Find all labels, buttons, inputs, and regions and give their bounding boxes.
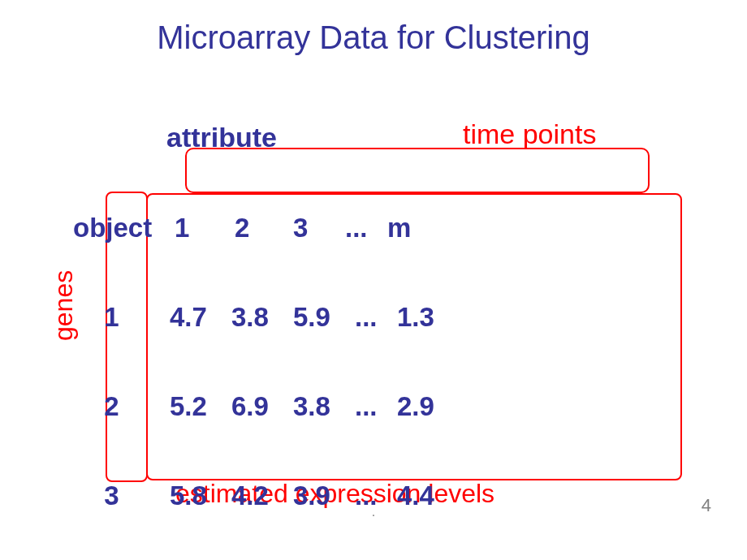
footer-dot: . (372, 505, 375, 519)
row-label: 3 (73, 482, 170, 509)
cell: 2.9 (397, 393, 459, 420)
cell: 5.8 (170, 482, 231, 509)
cell: 6.9 (231, 393, 293, 420)
slide-title: Microarray Data for Clustering (0, 19, 747, 56)
cell: 4.7 (170, 304, 231, 330)
object-header: object (73, 214, 175, 241)
cell: 4.2 (231, 482, 293, 509)
col-ellipsis: ... (345, 214, 387, 241)
cell: 4.4 (397, 482, 459, 509)
header-row: object 1 2 3 ... m (73, 209, 459, 245)
cell: ... (355, 482, 397, 509)
row-label: 2 (73, 393, 170, 420)
time-points-label: time points (463, 118, 596, 150)
table-row: 2 5.2 6.9 3.8 ... 2.9 (73, 388, 459, 424)
col-m: m (387, 214, 433, 241)
cell: 1.3 (397, 304, 459, 330)
cell: 3.8 (293, 393, 355, 420)
col-3: 3 (293, 214, 345, 241)
cell: 5.2 (170, 393, 231, 420)
cell: 3.9 (293, 482, 355, 509)
cell: ... (355, 304, 397, 330)
col-1: 1 (175, 214, 235, 241)
page-number: 4 (702, 495, 711, 516)
table-row: 3 5.8 4.2 3.9 ... 4.4 (73, 477, 459, 513)
cell: 5.9 (293, 304, 355, 330)
cell: ... (355, 393, 397, 420)
col-2: 2 (235, 214, 293, 241)
cell: 3.8 (231, 304, 293, 330)
table-row: 1 4.7 3.8 5.9 ... 1.3 (73, 299, 459, 334)
data-matrix: object 1 2 3 ... m 1 4.7 3.8 5.9 ... 1.3… (73, 156, 459, 560)
row-label: 1 (73, 304, 170, 330)
